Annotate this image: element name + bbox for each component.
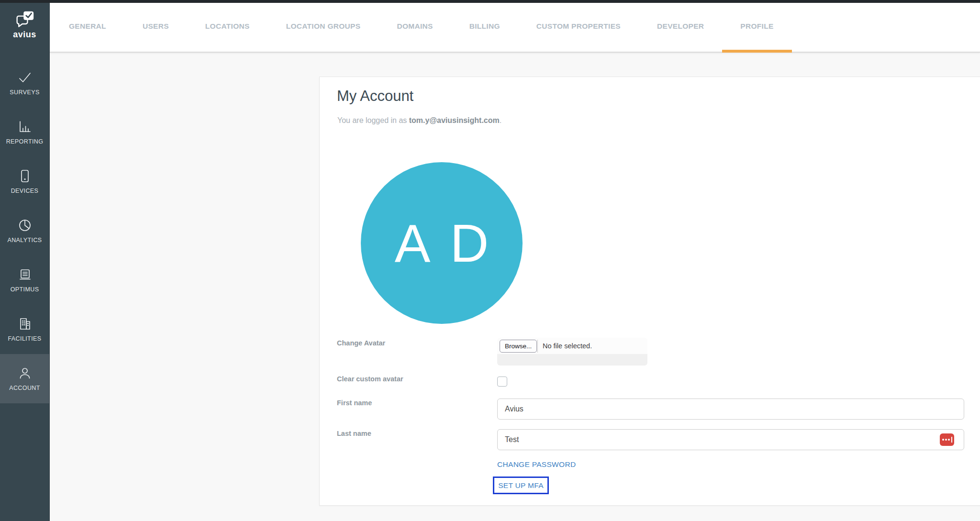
file-input-divider (537, 340, 538, 353)
clear-avatar-checkbox[interactable] (497, 377, 507, 387)
change-password-link[interactable]: CHANGE PASSWORD (497, 460, 576, 469)
clear-avatar-label: Clear custom avatar (337, 375, 403, 383)
sidebar-item-facilities[interactable]: FACILITIES (0, 305, 49, 354)
avatar-file-input[interactable]: Browse... No file selected. (497, 338, 647, 366)
avius-logo[interactable]: avius (0, 0, 49, 53)
avatar: A D (361, 162, 523, 324)
login-email: tom.y@aviusinsight.com (409, 116, 500, 124)
avatar-initials: A D (391, 212, 493, 274)
last-name-field[interactable] (497, 429, 964, 450)
tab-billing[interactable]: BILLING (451, 3, 518, 53)
top-nav: GENERAL USERS LOCATIONS LOCATION GROUPS … (50, 3, 980, 53)
check-icon (18, 70, 32, 85)
sidebar-item-optimus[interactable]: OPTIMUS (0, 255, 49, 305)
first-name-field[interactable] (497, 399, 964, 420)
sidebar-item-surveys[interactable]: SURVEYS (0, 58, 49, 108)
bar-chart-icon (18, 120, 32, 134)
tab-locations[interactable]: LOCATIONS (187, 3, 268, 53)
first-name-label: First name (337, 399, 372, 407)
avius-logo-icon (14, 10, 35, 29)
tab-users[interactable]: USERS (124, 3, 187, 53)
tablet-icon (20, 169, 30, 183)
building-icon (18, 317, 32, 331)
password-manager-icon[interactable] (940, 433, 954, 446)
person-icon (18, 366, 32, 380)
content-area: My Account You are logged in as tom.y@av… (50, 53, 980, 521)
sidebar-item-reporting[interactable]: REPORTING (0, 108, 49, 157)
top-edge-strip (0, 0, 980, 3)
pie-chart-icon (18, 218, 32, 233)
file-status-text: No file selected. (543, 342, 592, 350)
change-avatar-label: Change Avatar (337, 339, 385, 347)
sidebar-item-account[interactable]: ACCOUNT (0, 354, 49, 403)
avius-logo-text: avius (13, 30, 36, 40)
tab-location-groups[interactable]: LOCATION GROUPS (268, 3, 379, 53)
set-up-mfa-focus-ring: SET UP MFA (493, 477, 549, 494)
tab-profile[interactable]: PROFILE (722, 3, 791, 53)
last-name-label: Last name (337, 430, 371, 437)
sidebar-item-devices[interactable]: DEVICES (0, 157, 49, 206)
login-status: You are logged in as tom.y@aviusinsight.… (337, 116, 501, 125)
document-icon (18, 267, 32, 282)
sidebar-nav: SURVEYS REPORTING DEVICES (0, 58, 49, 403)
tab-developer[interactable]: DEVELOPER (639, 3, 722, 53)
sidebar: avius SURVEYS REPORTING DEVICES (0, 0, 50, 521)
sidebar-item-analytics[interactable]: ANALYTICS (0, 206, 49, 255)
tab-custom-properties[interactable]: CUSTOM PROPERTIES (518, 3, 639, 53)
browse-button[interactable]: Browse... (500, 340, 537, 353)
set-up-mfa-link[interactable]: SET UP MFA (498, 481, 544, 490)
page-title: My Account (337, 88, 413, 105)
tab-general[interactable]: GENERAL (51, 3, 124, 53)
tab-domains[interactable]: DOMAINS (379, 3, 451, 53)
my-account-card: My Account You are logged in as tom.y@av… (319, 77, 980, 506)
